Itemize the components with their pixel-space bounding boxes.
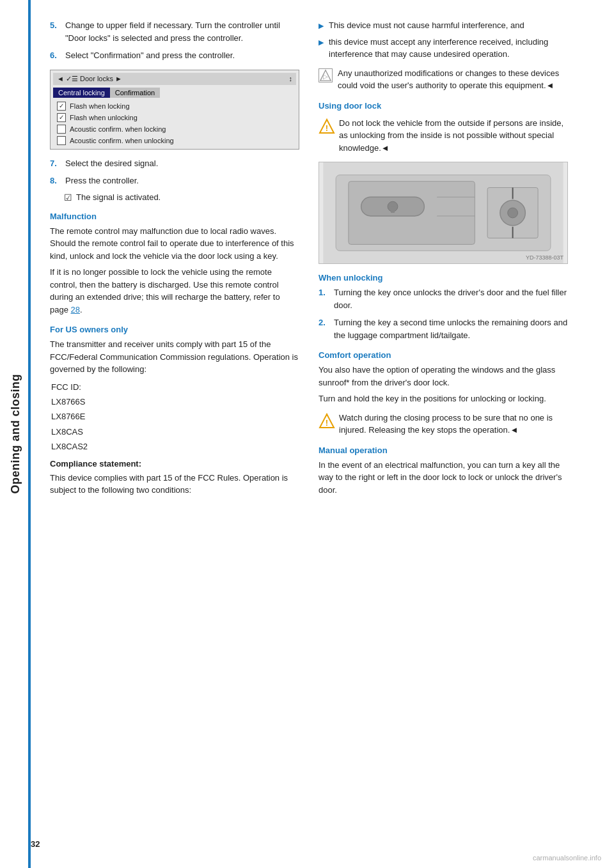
door-lock-image: YD-73388-03T (319, 162, 568, 264)
right-column: ▶ This device must not cause harmful int… (319, 19, 568, 849)
forus-header: For US owners only (50, 325, 299, 334)
svg-text:!: ! (326, 123, 328, 133)
using-door-lock-header: Using door lock (319, 101, 568, 111)
malfunction-text-1: The remote control may malfunction due t… (50, 225, 299, 263)
page-link-28[interactable]: 28 (71, 305, 80, 314)
bullet-2: ▶ this device must accept any interferen… (319, 36, 568, 61)
watermark: carmanualsonline.info (533, 854, 601, 862)
when-unlock-1-text: Turning the key once unlocks the driver'… (334, 286, 568, 311)
bullet-2-text: this device must accept any interference… (329, 36, 568, 61)
fcc-id-line: FCC ID: (51, 380, 299, 394)
triangle-icon-1: ▶ (319, 20, 324, 32)
checkbox-3 (57, 125, 66, 134)
when-unlock-2-num: 2. (319, 316, 329, 341)
note-icon: ▷ (319, 68, 333, 82)
ui-row-4: Acoustic confirm. when unlocking (53, 135, 296, 146)
ui-row-1-label: Flash when locking (70, 102, 130, 110)
manual-text: In the event of an electrical malfunctio… (319, 459, 568, 497)
fcc-lx8cas: LX8CAS (51, 424, 299, 439)
when-unlocking-step-1: 1. Turning the key once unlocks the driv… (319, 286, 568, 311)
comfort-warning-text: Watch during the closing process to be s… (339, 412, 568, 437)
step-6: 6. Select "Confirmation" and press the c… (50, 49, 299, 62)
checkmark-note-text: The signal is activated. (76, 192, 161, 202)
comfort-text-1: You also have the option of operating th… (319, 364, 568, 389)
step-6-text: Select "Confirmation" and press the cont… (65, 49, 299, 62)
fcc-ids: FCC ID: LX8766S LX8766E LX8CAS LX8CAS2 (51, 380, 299, 454)
step-5-num: 5. (50, 19, 60, 44)
sidebar: Opening and closing (0, 0, 31, 868)
ui-tab-central-locking: Central locking (53, 88, 110, 98)
comfort-warning-icon: ! (319, 413, 334, 428)
ui-header-left: ◄ ✓☰ Door locks ► (57, 75, 122, 83)
checkbox-2: ✓ (57, 113, 66, 122)
using-door-lock-warning: ! Do not lock the vehicle from the outsi… (319, 117, 568, 155)
checkbox-4 (57, 136, 66, 145)
ui-box-header: ◄ ✓☰ Door locks ► ↕ (53, 73, 296, 85)
ui-row-2-label: Flash when unlocking (70, 114, 138, 121)
using-door-lock-warning-text: Do not lock the vehicle from the outside… (339, 117, 568, 155)
when-unlocking-header: When unlocking (319, 273, 568, 283)
checkmark-icon: ☑ (64, 192, 72, 203)
ui-row-1: ✓ Flash when locking (53, 100, 296, 112)
step-7-text: Select the desired signal. (65, 157, 299, 170)
svg-point-9 (508, 208, 518, 218)
left-column: 5. Change to upper field if necessary. T… (50, 19, 299, 849)
fcc-lx8766e: LX8766E (51, 409, 299, 424)
compliance-header: Compliance statement: (50, 458, 299, 470)
svg-text:!: ! (326, 418, 328, 428)
image-caption: YD-73388-03T (526, 254, 563, 261)
ui-row-4-label: Acoustic confirm. when unlocking (70, 137, 174, 144)
sidebar-title: Opening and closing (9, 374, 22, 494)
ui-header-icon: ↕ (289, 75, 293, 82)
comfort-header: Comfort operation (319, 350, 568, 360)
step-8-text: Press the controller. (65, 174, 299, 187)
warning-triangle-icon: ! (319, 118, 334, 134)
forus-text: The transmitter and receiver units compl… (50, 338, 299, 376)
comfort-warning-box: ! Watch during the closing process to be… (319, 412, 568, 437)
fcc-lx8cas2: LX8CAS2 (51, 439, 299, 454)
note-text: Any unauthorized modifications or change… (338, 67, 568, 92)
ui-tab-confirmation: Confirmation (110, 88, 160, 98)
malfunction-text-2: If it is no longer possible to lock the … (50, 266, 299, 316)
when-unlock-2-text: Turning the key a second time unlocks th… (334, 316, 568, 341)
when-unlocking-step-2: 2. Turning the key a second time unlocks… (319, 316, 568, 341)
compliance-text: This device complies with part 15 of the… (50, 472, 299, 497)
svg-rect-14 (391, 206, 395, 213)
step-5-text: Change to upper field if necessary. Turn… (65, 19, 299, 44)
step-5: 5. Change to upper field if necessary. T… (50, 19, 299, 44)
step-8-num: 8. (50, 174, 60, 187)
step-7-num: 7. (50, 157, 60, 170)
bullet-1: ▶ This device must not cause harmful int… (319, 19, 568, 32)
triangle-icon-2: ▶ (319, 37, 324, 61)
note-box: ▷ Any unauthorized modifications or chan… (319, 67, 568, 92)
ui-row-3-label: Acoustic confirm. when locking (70, 125, 166, 133)
page-number: 32 (31, 839, 40, 849)
svg-text:▷: ▷ (323, 73, 328, 80)
checkbox-1: ✓ (57, 102, 66, 111)
ui-box-tabs: Central locking Confirmation (53, 88, 296, 98)
checkmark-note: ☑ The signal is activated. (64, 192, 299, 203)
step-6-num: 6. (50, 49, 60, 62)
when-unlock-1-num: 1. (319, 286, 329, 311)
step-7: 7. Select the desired signal. (50, 157, 299, 170)
ui-screenshot-box: ◄ ✓☰ Door locks ► ↕ Central locking Conf… (50, 70, 299, 150)
bullet-1-text: This device must not cause harmful inter… (329, 19, 524, 32)
manual-header: Manual operation (319, 446, 568, 455)
ui-row-3: Acoustic confirm. when locking (53, 123, 296, 135)
ui-row-2: ✓ Flash when unlocking (53, 112, 296, 123)
malfunction-header: Malfunction (50, 212, 299, 221)
main-content: 5. Change to upper field if necessary. T… (31, 0, 614, 868)
step-8: 8. Press the controller. (50, 174, 299, 187)
sidebar-bar (28, 0, 31, 868)
fcc-lx8766s: LX8766S (51, 394, 299, 409)
comfort-text-2: Turn and hold the key in the positions f… (319, 392, 568, 405)
